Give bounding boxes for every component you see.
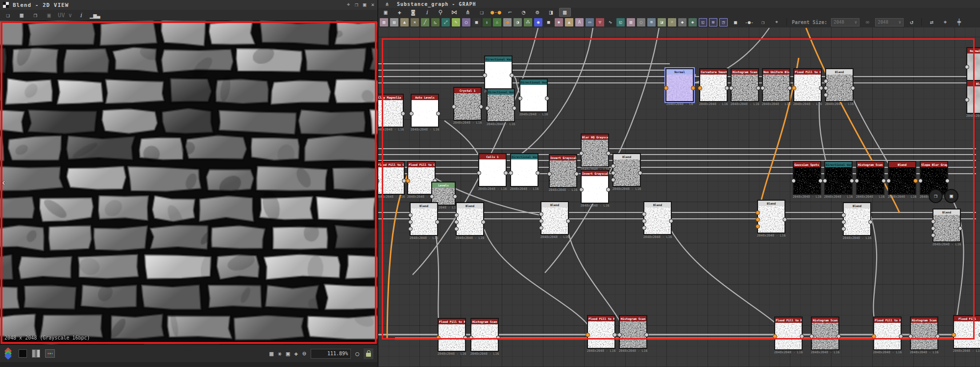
spray-node-icon[interactable]: ⁂ (524, 18, 532, 26)
output-port[interactable] (945, 179, 950, 183)
distance-node-icon[interactable]: ◈ (688, 18, 697, 26)
background-gray-swatch[interactable] (32, 349, 40, 358)
output-port[interactable] (850, 179, 854, 183)
input-port[interactable] (698, 86, 702, 90)
graph-node[interactable]: Directional Warp2048x2048 - L16 (519, 79, 548, 112)
uv-mode-dropdown[interactable]: UV ∨ (57, 11, 73, 20)
timer-icon[interactable]: ◔ (518, 8, 530, 17)
output-port[interactable] (463, 336, 467, 340)
output-port[interactable] (899, 334, 903, 339)
graph-node[interactable]: Blend2048x2048 - L16 (843, 202, 871, 236)
graph-node[interactable]: Blend2048x2048 - L16 (757, 200, 785, 234)
graph-node[interactable]: Clay Magnolia2048x2048 - L16 (378, 94, 404, 128)
connection-icon[interactable]: ●-● (490, 8, 502, 17)
input-port[interactable] (841, 227, 846, 231)
graph-node[interactable]: Blend2048x2048 - L16 (825, 68, 854, 102)
wire[interactable] (484, 229, 588, 325)
node-header[interactable]: Blend (933, 210, 960, 215)
input-port[interactable] (908, 334, 913, 339)
node-header[interactable]: Normal (666, 69, 693, 75)
search-icon[interactable]: ⚲ (435, 8, 446, 17)
size-reset-icon[interactable]: ↺ (906, 18, 917, 26)
image-mode-icon[interactable]: ▣ (43, 11, 55, 20)
node-header[interactable]: Invert Grayscale (550, 155, 576, 160)
svg-node-icon[interactable]: ▤ (390, 18, 398, 26)
output-port[interactable] (566, 219, 570, 223)
output-port[interactable] (868, 220, 873, 224)
graph-node[interactable]: Histogram Scan2048x2048 - L16 (470, 318, 499, 352)
background-black-swatch[interactable] (19, 349, 27, 358)
preview-toggle-button[interactable]: ❐ (929, 189, 943, 203)
input-port[interactable] (824, 86, 828, 90)
frame-input-icon[interactable]: ◱ (699, 18, 707, 26)
graph-node[interactable]: Blend2048x2048 - L16 (410, 202, 438, 236)
wire[interactable] (819, 101, 827, 166)
output-port[interactable] (436, 111, 441, 116)
graph-node[interactable]: Blend2048x2048 - L16 (888, 161, 916, 195)
graph-node[interactable]: Auto Levels2048x2048 - L16 (411, 94, 439, 128)
channels-select-icon[interactable] (4, 348, 14, 359)
node-header[interactable]: Flood Fill to Random Gr… (439, 319, 465, 324)
2d-view-canvas-area[interactable]: 2048 x 2048 (Grayscale 16bpc) ‹ (0, 21, 377, 344)
solid-swatch-icon[interactable]: ■ (730, 18, 741, 26)
output-port[interactable] (644, 333, 649, 337)
node-header[interactable]: Blend (758, 201, 784, 206)
node-header[interactable]: Blend (889, 162, 915, 167)
graph-canvas[interactable]: Directional Warp2048x2048 - L16Direction… (378, 27, 980, 367)
node-header[interactable]: Blend (613, 154, 640, 159)
node-header[interactable]: Directional Warp (511, 154, 538, 159)
warp-node-icon[interactable]: ≋ (647, 18, 656, 26)
elbow-route-icon[interactable]: ⌐ (504, 8, 516, 17)
output-port[interactable] (435, 220, 440, 224)
input-port[interactable] (454, 220, 459, 224)
sharpen-node-icon[interactable]: ◆ (678, 18, 686, 26)
input-port[interactable] (454, 227, 459, 231)
input-port[interactable] (611, 178, 615, 182)
noise-node-icon[interactable]: ∿ (606, 18, 614, 26)
pyramid-node-icon[interactable]: ▲ (565, 18, 573, 26)
graph-node[interactable]: Invert Grayscale2048x2048 - L16 (581, 170, 609, 204)
node-header[interactable]: Flood Fill to Gradient (794, 69, 821, 75)
graph-node[interactable]: Flood Fill to Random Gr…2048x2048 - L16 (774, 316, 803, 350)
graph-node[interactable]: Curvature Smooth2048x2048 - L16 (699, 68, 728, 102)
node-header[interactable]: Blend (967, 81, 980, 86)
input-port[interactable] (642, 219, 646, 223)
node-header[interactable]: Histogram Scan (732, 69, 758, 75)
input-port[interactable] (824, 79, 828, 83)
input-port[interactable] (756, 224, 760, 229)
uniform-color-node-icon[interactable]: ▨ (380, 18, 388, 26)
shape-node-icon[interactable]: ◯ (462, 18, 470, 26)
input-port[interactable] (586, 333, 590, 337)
wire[interactable] (444, 121, 479, 156)
input-port[interactable] (729, 86, 734, 90)
node-header[interactable]: Histogram Scan (620, 316, 646, 321)
input-port[interactable] (539, 226, 543, 230)
graph-node[interactable]: Flood Fill to Gradient2048x2048 - L16 (378, 161, 405, 195)
graph-node[interactable]: Histogram Scan2048x2048 - L16 (619, 315, 647, 349)
input-port[interactable] (965, 98, 969, 102)
tile-sampler-node-icon[interactable]: ⇓ (483, 18, 491, 26)
wire[interactable] (567, 229, 620, 321)
output-port[interactable] (882, 179, 886, 183)
graph-node[interactable]: Blend2048x2048 - L16 (932, 209, 961, 242)
input-port[interactable] (931, 233, 935, 237)
input-port[interactable] (436, 336, 441, 340)
graph-node[interactable]: Histogram Scan2048x2048 - L16 (856, 161, 884, 195)
graph-node[interactable]: Flood Fill to Random Gr…2048x2048 - L16 (587, 315, 615, 349)
layers-icon[interactable]: ❏ (476, 8, 488, 17)
output-port[interactable] (504, 171, 508, 175)
input-port[interactable] (454, 213, 459, 217)
graph-node[interactable]: Directional Warp2048x2048 - L16 (484, 55, 513, 89)
input-port[interactable] (539, 219, 543, 223)
node-header[interactable]: Directional Warp (520, 79, 547, 85)
output-port[interactable] (536, 171, 540, 175)
graph-node[interactable]: Directional Warp2048x2048 - L16 (510, 153, 539, 187)
node-header[interactable]: Histogram Scan (471, 319, 498, 324)
node-header[interactable]: Crystal 1 (454, 88, 481, 93)
frame-all-icon[interactable]: ▣ (380, 8, 392, 17)
output-port[interactable] (800, 334, 804, 339)
output-port[interactable] (545, 96, 549, 101)
node-header[interactable]: Blend (644, 202, 671, 208)
input-port[interactable] (886, 179, 891, 183)
node-tree-icon[interactable]: ⋔ (462, 8, 474, 17)
